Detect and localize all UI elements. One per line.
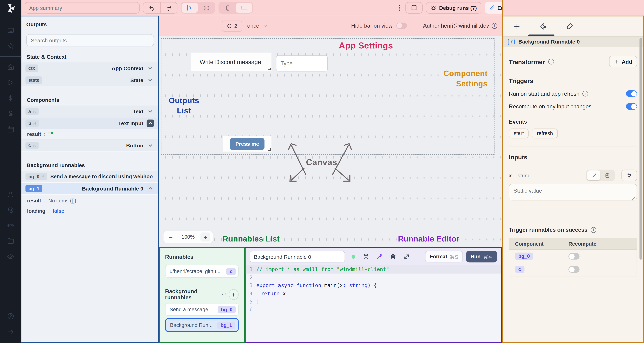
info-icon[interactable]: i [548,59,554,64]
collapse-arrow-icon[interactable] [0,324,21,340]
output-row-bg1[interactable]: bg_1 Background Runnable 0 [21,183,158,195]
bg1-result-row[interactable]: result:No items ([]) [21,195,158,206]
zoom-in-button[interactable]: + [200,232,210,242]
run-button[interactable]: Run⌘⏎ [466,251,497,262]
undo-button[interactable] [143,2,160,14]
audit-eye-icon[interactable] [0,249,21,264]
chevron-up-icon[interactable] [147,120,154,127]
code-line[interactable]: 2 [246,274,501,282]
press-me-button[interactable]: Press me [230,138,264,150]
bg1-loading-row[interactable]: loading:false [21,206,158,218]
output-row-ctx[interactable]: ctx App Context [21,62,158,74]
input-x-row: x string [509,170,637,181]
code-line[interactable]: 1// import * as wmill from "windmill-cli… [246,265,501,274]
selected-runnable-header[interactable]: f Background Runnable 0 [503,36,643,47]
chevron-down-icon[interactable] [147,76,154,84]
settings-gear-icon[interactable] [0,202,21,218]
textarea-resize-handle[interactable] [632,196,635,200]
output-row-b[interactable]: b☝ Text Input [21,118,158,130]
annotation-outputs-list: Outputs List [166,95,202,116]
docs-book-button[interactable] [406,2,423,14]
background-runnables-section-title: Background runnables [21,159,158,171]
runnable-item-bg0[interactable]: Send a message...bg_0 [165,303,239,316]
resize-handle[interactable] [268,148,271,151]
resources-cubes-icon[interactable] [0,106,21,122]
home-icon[interactable] [0,59,21,75]
output-row-state[interactable]: state State [21,74,158,86]
event-chip-start[interactable]: start [509,128,529,138]
runnable-item-bg1-selected[interactable]: Background Run...bg_1 [165,318,239,332]
eval-mode-f-icon[interactable] [600,170,614,180]
chevron-up-icon[interactable] [147,185,154,192]
settings-components-icon[interactable] [539,22,547,30]
format-button[interactable]: Format⌘S [425,251,463,262]
user-icon[interactable] [0,186,21,202]
chevron-down-icon[interactable] [147,64,154,72]
add-background-runnable-button[interactable]: + [229,289,239,300]
static-mode-pencil-icon[interactable] [587,170,600,180]
desktop-view-toggle[interactable] [236,3,252,13]
connect-plug-icon[interactable] [621,170,637,181]
trigger-recompute-row: Recompute on any input changes [509,103,637,110]
app-summary-input[interactable] [24,2,140,14]
refresh-interval-select[interactable]: once [247,23,268,29]
fullwidth-layout-toggle[interactable] [198,3,214,13]
code-line[interactable]: 5} [246,298,501,306]
b-result-row[interactable]: result:"" [21,130,158,140]
search-outputs-input[interactable] [26,34,154,46]
code-editor[interactable]: 1// import * as wmill from "windmill-cli… [246,265,501,342]
toggle-off[interactable] [396,23,407,29]
runnable-name-input[interactable] [250,251,345,262]
info-icon[interactable]: i [591,227,596,233]
delete-trash-icon[interactable] [390,254,396,260]
redo-button[interactable] [160,2,178,14]
info-icon[interactable]: i [582,91,588,96]
debug-runs-button[interactable]: Debug runs (7) [426,2,481,14]
cache-database-icon[interactable] [363,254,369,260]
chevron-down-icon[interactable] [147,142,154,149]
inspector-scrollbar[interactable] [640,38,642,260]
textinput-component[interactable] [276,56,328,72]
refresh-count-button[interactable]: 2 [222,20,242,32]
button-component-wrap: Press me [223,136,272,152]
code-line[interactable]: 6 [246,306,501,314]
status-dot [352,255,355,259]
recompute-toggle[interactable] [568,266,580,273]
info-icon[interactable]: i [492,23,497,28]
run-on-start-toggle[interactable] [626,90,637,97]
runs-play-icon[interactable] [0,75,21,90]
output-row-c[interactable]: c☝ Button [21,140,158,152]
hide-bar-on-view-toggle[interactable]: Hide bar on view [351,23,407,29]
output-row-bg0[interactable]: bg_0☝ Send a message to discord using we… [21,171,158,183]
windmill-logo[interactable] [5,3,16,15]
runnable-item-c[interactable]: u/henri/scrape_githu...c [165,265,239,278]
add-transformer-button[interactable]: Add [609,56,637,68]
insert-component-plus-icon[interactable] [514,23,520,30]
component-chip[interactable]: bg_0 [515,252,533,260]
chevron-down-icon[interactable] [147,108,154,115]
centered-layout-toggle[interactable] [182,3,198,13]
workers-robot-icon[interactable] [0,218,21,233]
component-chip[interactable]: c [515,266,524,273]
code-line[interactable]: 3export async function main(x: string) { [246,282,501,290]
schedules-calendar-icon[interactable] [0,122,21,137]
recompute-toggle[interactable] [568,253,580,260]
variables-dollar-icon[interactable] [0,90,21,106]
recompute-toggle[interactable] [626,103,637,110]
event-chip-refresh[interactable]: refresh [532,128,558,138]
static-value-textarea[interactable] [509,184,637,200]
zoom-out-button[interactable]: − [166,232,176,242]
more-menu-button[interactable]: ⋮ [396,4,402,12]
resize-handle[interactable] [268,68,271,70]
output-row-a[interactable]: a☝ Text [21,106,158,118]
apps-icon[interactable] [0,23,21,38]
help-icon[interactable] [0,308,21,324]
mobile-view-toggle[interactable] [219,3,236,13]
favorites-star-icon[interactable] [0,38,21,54]
expand-editor-icon[interactable] [404,254,410,260]
text-component[interactable]: Write Discord message: [191,52,272,71]
ai-wand-icon[interactable] [376,254,383,260]
code-line[interactable]: 4 return x [246,290,501,298]
folders-icon[interactable] [0,233,21,249]
styling-brush-icon[interactable] [566,23,574,30]
